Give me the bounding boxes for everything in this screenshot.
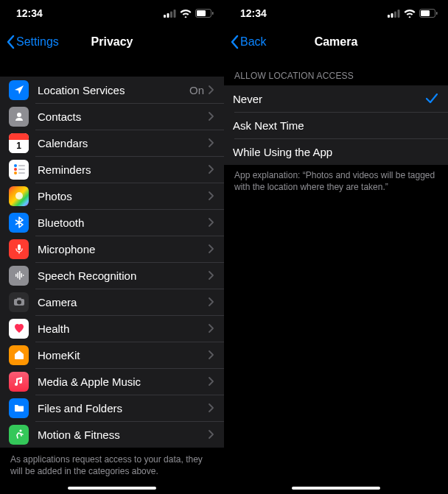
row-health[interactable]: Health [0, 315, 224, 342]
svg-rect-31 [394, 11, 396, 18]
row-label: Files and Folders [38, 402, 209, 414]
row-media[interactable]: Media & Apple Music [0, 368, 224, 395]
section-header-location: ALLOW LOCATION ACCESS [224, 57, 448, 85]
nav-bar: Settings Privacy [0, 27, 224, 57]
chevron-right-icon [209, 430, 214, 439]
row-label: Photos [38, 190, 209, 202]
svg-rect-24 [23, 275, 24, 276]
cellular-icon [164, 10, 176, 18]
svg-point-13 [14, 168, 17, 171]
location-icon [9, 80, 29, 100]
svg-point-12 [14, 164, 17, 167]
folder-icon [9, 398, 29, 418]
bluetooth-icon [9, 213, 29, 233]
back-label: Settings [16, 35, 59, 49]
battery-icon [419, 9, 438, 18]
back-button[interactable]: Back [230, 35, 267, 49]
home-indicator[interactable] [68, 487, 156, 490]
status-bar: 12:34 [224, 0, 448, 27]
row-label: Motion & Fitness [38, 428, 209, 441]
reminders-icon [9, 160, 29, 180]
svg-rect-23 [21, 273, 22, 278]
battery-icon [195, 9, 214, 18]
row-calendars[interactable]: 1 Calendars [0, 130, 224, 156]
svg-point-18 [15, 192, 23, 200]
music-icon [9, 372, 29, 392]
svg-rect-10 [9, 138, 29, 140]
row-camera[interactable]: Camera [0, 289, 224, 315]
svg-point-28 [19, 429, 21, 431]
row-homekit[interactable]: HomeKit [0, 342, 224, 368]
health-icon [9, 319, 29, 339]
chevron-right-icon [209, 324, 214, 333]
svg-rect-27 [17, 298, 21, 300]
svg-rect-1 [167, 13, 169, 18]
svg-rect-20 [15, 274, 17, 277]
camera-settings-list[interactable]: ALLOW LOCATION ACCESS Never Ask Next Tim… [224, 57, 448, 494]
chevron-right-icon [209, 297, 214, 306]
row-microphone[interactable]: Microphone [0, 236, 224, 262]
chevron-right-icon [209, 244, 214, 253]
chevron-right-icon [209, 271, 214, 280]
homekit-icon [9, 345, 29, 365]
wifi-icon [404, 10, 416, 18]
row-contacts[interactable]: Contacts [0, 103, 224, 130]
back-button-settings[interactable]: Settings [6, 35, 59, 49]
row-speech[interactable]: Speech Recognition [0, 262, 224, 289]
status-bar: 12:34 [0, 0, 224, 27]
camera-icon [9, 292, 29, 312]
chevron-right-icon [209, 85, 214, 94]
option-never[interactable]: Never [224, 85, 448, 112]
speech-icon [9, 266, 29, 286]
status-indicators [164, 9, 214, 18]
row-label: Health [38, 322, 209, 335]
svg-rect-29 [388, 15, 390, 18]
row-motion[interactable]: Motion & Fitness [0, 421, 224, 448]
row-photos[interactable]: Photos [0, 183, 224, 209]
svg-rect-2 [170, 11, 172, 18]
home-indicator[interactable] [292, 487, 380, 490]
wifi-icon [180, 10, 192, 18]
location-options-group: Never Ask Next Time While Using the App [224, 85, 448, 165]
row-label: Media & Apple Music [38, 375, 209, 388]
privacy-list[interactable]: Location Services On Contacts 1 Calendar… [0, 57, 224, 494]
svg-rect-6 [212, 12, 214, 15]
chevron-left-icon [230, 35, 239, 49]
row-label: Location Services [38, 84, 189, 96]
svg-rect-19 [18, 244, 21, 250]
chevron-right-icon [209, 218, 214, 227]
chevron-right-icon [209, 377, 214, 386]
row-reminders[interactable]: Reminders [0, 156, 224, 183]
svg-rect-15 [18, 165, 25, 166]
motion-icon [9, 425, 29, 445]
option-ask-next-time[interactable]: Ask Next Time [224, 112, 448, 138]
row-label: Bluetooth [38, 216, 209, 229]
chevron-right-icon [209, 138, 214, 147]
svg-text:1: 1 [16, 141, 21, 151]
row-label: Reminders [38, 163, 209, 176]
option-while-using[interactable]: While Using the App [224, 138, 448, 165]
option-label: Never [233, 93, 426, 105]
chevron-right-icon [209, 191, 214, 200]
svg-rect-30 [391, 13, 393, 18]
photos-icon [9, 186, 29, 206]
row-location-services[interactable]: Location Services On [0, 77, 224, 103]
svg-point-26 [17, 300, 21, 305]
row-label: Contacts [38, 110, 209, 123]
chevron-right-icon [209, 403, 214, 412]
svg-rect-22 [19, 271, 21, 280]
row-label: Calendars [38, 137, 209, 149]
row-bluetooth[interactable]: Bluetooth [0, 209, 224, 236]
row-files[interactable]: Files and Folders [0, 395, 224, 421]
camera-footer: App explanation: “Photos and videos will… [224, 165, 448, 193]
chevron-right-icon [209, 350, 214, 359]
status-time: 12:34 [240, 7, 267, 19]
row-label: Microphone [38, 243, 209, 255]
svg-rect-35 [436, 12, 438, 15]
chevron-right-icon [209, 112, 214, 121]
row-label: HomeKit [38, 349, 209, 361]
microphone-icon [9, 239, 29, 259]
svg-rect-21 [17, 272, 18, 278]
privacy-footer: As applications request access to your d… [0, 448, 224, 477]
checkmark-icon [426, 93, 438, 104]
